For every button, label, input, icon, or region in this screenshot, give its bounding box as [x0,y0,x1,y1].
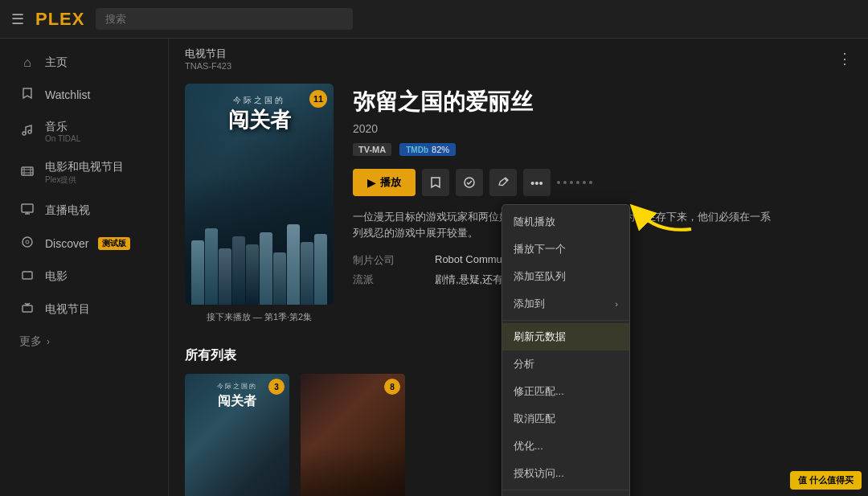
discover-icon [19,236,35,252]
person-silhouette [205,228,218,305]
studio-label: 制片公司 [353,253,425,268]
poster-main-text: 闯关者 [185,106,334,134]
menu-item-play-next[interactable]: 播放下一个 [502,236,629,263]
series-badge-1: 8 [384,379,400,395]
play-icon: ▶ [367,177,375,189]
show-meta: TV-MA TMDb 82% [353,143,852,156]
tmdb-logo: TMDb [406,146,428,154]
breadcrumb-subtitle: TNAS-F423 [185,61,231,71]
breadcrumb-text-group: 电视节目 TNAS-F423 [185,47,231,71]
check-icon [463,176,476,189]
sidebar-label-watchlist: Watchlist [45,88,90,101]
edit-button[interactable] [489,169,517,196]
svg-rect-7 [23,305,32,312]
person-silhouette [219,248,231,305]
menu-item-access[interactable]: 授权访问... [502,460,629,487]
sidebar-item-discover[interactable]: Discover 测试版 [5,228,163,260]
home-icon: ⌂ [19,55,35,70]
menu-divider [502,320,629,321]
menu-analyze-label: 分析 [514,357,534,371]
menu-item-add-queue[interactable]: 添加至队列 [502,263,629,290]
svg-rect-3 [22,204,33,212]
main-content: 电视节目 TNAS-F423 ⋮ 今际之国的 闯关者 [169,39,868,496]
person-silhouette [314,234,327,305]
menu-fixmatch-label: 修正匹配... [514,384,564,399]
poster-container: 今际之国的 闯关者 [185,84,334,323]
breadcrumb-menu-button[interactable]: ⋮ [837,50,852,68]
menu-optimize-label: 优化... [514,439,543,453]
studio-value: Robot Commu... [435,253,852,268]
play-button[interactable]: ▶ 播放 [353,169,416,196]
menu-unmatch-label: 取消匹配 [514,412,555,426]
movie-icon [19,268,35,285]
info-panel: 弥留之国的爱丽丝 2020 TV-MA TMDb 82% ▶ 播放 [353,84,852,323]
menu-item-add-to[interactable]: 添加到 › [502,290,629,318]
menu-item-analyze[interactable]: 分析 [502,350,629,378]
more-options-button[interactable]: ••• [523,169,551,196]
sidebar-label-home: 主页 [45,55,68,70]
play-label: 播放 [380,175,401,190]
person-silhouette [273,252,286,305]
svg-rect-2 [22,167,33,175]
person-silhouette [260,232,272,305]
breadcrumb-title: 电视节目 [185,47,231,61]
series-card-0[interactable]: 今际之国的 闯关者 3 [185,374,289,496]
series-poster-main-0: 闯关者 [185,393,289,410]
bookmark-icon [19,87,35,103]
sidebar-label-livetv: 直播电视 [45,203,90,218]
pencil-icon [497,177,509,188]
plex-logo-container: PLEX [35,9,84,30]
genre-label: 流派 [353,273,425,287]
menu-access-label: 授权访问... [514,466,564,481]
watchlist-button[interactable] [422,169,449,196]
ellipsis-icon: ••• [530,176,543,190]
sidebar-item-tvshows[interactable]: 电视节目 [5,293,163,326]
menu-shuffle-label: 随机播放 [514,215,555,229]
sidebar-item-movies-tv[interactable]: 电影和电视节目 Plex提供 [5,152,163,194]
action-bar: ▶ 播放 ••• [353,169,852,196]
poster-top-text: 今际之国的 [185,95,334,106]
more-label: 更多 [19,334,42,349]
sidebar-item-livetv[interactable]: 直播电视 [5,195,163,227]
main-layout: ⌂ 主页 Watchlist 音乐 On TIDAL 电影和电视节目 P [0,39,868,496]
sidebar-item-watchlist[interactable]: Watchlist [5,79,163,111]
music-icon [19,124,35,140]
chevron-right-icon: › [47,336,50,347]
menu-item-optimize[interactable]: 优化... [502,432,629,460]
menu-item-shuffle[interactable]: 随机播放 [502,208,629,236]
hero-section: 今际之国的 闯关者 [169,76,868,339]
content-rating: TV-MA [353,143,391,156]
menu-playnext-label: 播放下一个 [514,242,566,256]
menu-divider-2 [502,490,629,490]
person-silhouette [246,244,259,305]
topbar: ☰ PLEX [0,0,868,39]
hamburger-icon[interactable]: ☰ [11,10,24,28]
menu-item-unmatch[interactable]: 取消匹配 [502,405,629,432]
sidebar-item-home[interactable]: ⌂ 主页 [5,47,163,78]
series-card-1[interactable]: 8 [301,374,405,496]
sidebar-more[interactable]: 更多 › [5,326,163,357]
sidebar-movietv-group: 电影和电视节目 Plex提供 [45,160,124,186]
person-silhouette [287,224,300,305]
series-badge-0: 3 [268,379,285,395]
series-poster-0: 今际之国的 闯关者 3 [185,374,289,496]
menu-addto-label: 添加到 [514,297,545,311]
dot-separator [557,181,592,184]
menu-item-delete[interactable]: 删除 [502,493,629,496]
svg-point-4 [23,237,32,247]
sidebar-label-tvshows: 电视节目 [45,302,90,317]
menu-item-fix-match[interactable]: 修正匹配... [502,378,629,405]
series-poster-1: 8 [301,374,405,496]
sidebar-item-music[interactable]: 音乐 On TIDAL [5,112,163,151]
sidebar-item-movies[interactable]: 电影 [5,260,163,293]
next-episode-text: 接下来播放 — 第1季·第2集 [185,311,334,323]
menu-item-refresh-meta[interactable]: 刷新元数据 [502,323,629,350]
person-silhouette [301,242,313,305]
film-icon [19,165,35,181]
person-silhouette [232,236,245,305]
person-silhouette [191,240,204,305]
svg-rect-6 [23,272,32,279]
check-button[interactable] [456,169,483,196]
bookmark-icon [429,176,442,189]
search-input[interactable] [96,8,353,30]
